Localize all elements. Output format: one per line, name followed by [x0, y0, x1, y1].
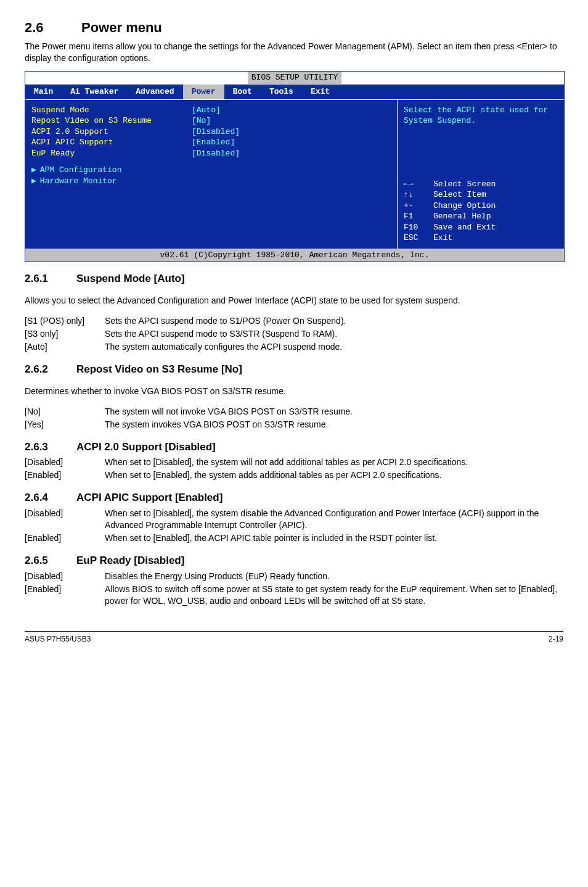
bios-box: BIOS SETUP UTILITY Main Ai Tweaker Advan…: [25, 71, 565, 262]
bios-title-bar: BIOS SETUP UTILITY: [25, 72, 564, 85]
bios-menu: Main Ai Tweaker Advanced Power Boot Tool…: [25, 85, 564, 100]
option-row: [Disabled]When set to [Disabled], the sy…: [25, 456, 563, 468]
bios-option-row[interactable]: EuP Ready[Disabled]: [31, 148, 391, 159]
bios-option-row[interactable]: ACPI APIC Support[Enabled]: [31, 137, 391, 148]
subsection-heading: 2.6.4 ACPI APIC Support [Enabled]: [25, 491, 563, 505]
bios-footer: v02.61 (C)Copyright 1985-2010, American …: [25, 249, 564, 262]
bios-menu-item[interactable]: Exit: [302, 85, 338, 99]
option-row: [No]The system will not invoke VGA BIOS …: [25, 406, 563, 418]
option-row: [Enabled]When set to [Enabled], the syst…: [25, 469, 563, 481]
bios-menu-item[interactable]: Main: [25, 85, 62, 99]
bios-menu-item-active[interactable]: Power: [183, 85, 224, 99]
bios-menu-item[interactable]: Ai Tweaker: [62, 85, 127, 99]
subsection-heading: 2.6.2 Repost Video on S3 Resume [No]: [25, 363, 563, 377]
option-row: [Enabled]When set to [Enabled], the ACPI…: [25, 532, 563, 544]
section-number: 2.6: [25, 19, 59, 37]
option-row: [S3 only]Sets the APCI suspend mode to S…: [25, 328, 563, 340]
option-row: [Disabled]Disables the Energy Using Prod…: [25, 571, 563, 582]
section-heading: 2.6 Power menu: [25, 19, 563, 37]
bios-option-row[interactable]: ACPI 2.0 Support[Disabled]: [31, 126, 391, 138]
bios-keys: ←→Select Screen ↑↓Select Item +-Change O…: [404, 179, 558, 244]
subsection-heading: 2.6.1 Suspend Mode [Auto]: [25, 272, 563, 286]
triangle-right-icon: ▶: [31, 176, 36, 186]
section-title: Power menu: [81, 19, 162, 37]
option-row: [Yes]The system invokes VGA BIOS POST on…: [25, 419, 563, 431]
option-row: [Auto]The system automatically configure…: [25, 341, 563, 353]
subsection-heading: 2.6.5 EuP Ready [Disabled]: [25, 554, 563, 568]
bios-help-pane: Select the ACPI state used for System Su…: [398, 100, 564, 249]
footer-left: ASUS P7H55/USB3: [25, 634, 91, 644]
footer-right: 2-19: [549, 634, 563, 644]
option-row: [Disabled]When set to [Disabled], the sy…: [25, 508, 563, 531]
bios-menu-item[interactable]: Tools: [261, 85, 302, 99]
subsection-desc: Allows you to select the Advanced Config…: [25, 295, 563, 307]
subsection-heading: 2.6.3 ACPI 2.0 Support [Disabled]: [25, 440, 563, 455]
section-intro: The Power menu items allow you to change…: [25, 41, 563, 64]
bios-menu-item[interactable]: Advanced: [127, 85, 182, 99]
bios-title: BIOS SETUP UTILITY: [248, 72, 341, 84]
bios-options-pane: Suspend Mode[Auto] Repost Video on S3 Re…: [25, 100, 398, 249]
option-row: [Enabled]Allows BIOS to switch off some …: [25, 584, 563, 607]
bios-submenu[interactable]: ▶Hardware Monitor: [31, 176, 391, 187]
bios-option-row[interactable]: Repost Video on S3 Resume[No]: [31, 115, 391, 126]
bios-menu-item[interactable]: Boot: [224, 85, 261, 99]
triangle-right-icon: ▶: [31, 165, 36, 175]
bios-option-row[interactable]: Suspend Mode[Auto]: [31, 105, 391, 116]
bios-submenu[interactable]: ▶APM Configuration: [31, 165, 391, 176]
option-row: [S1 (POS) only]Sets the APCI suspend mod…: [25, 315, 563, 327]
subsection-desc: Determines whether to invoke VGA BIOS PO…: [25, 386, 563, 397]
page-footer: ASUS P7H55/USB3 2-19: [25, 631, 563, 644]
bios-help-text: Select the ACPI state used for System Su…: [404, 105, 558, 179]
